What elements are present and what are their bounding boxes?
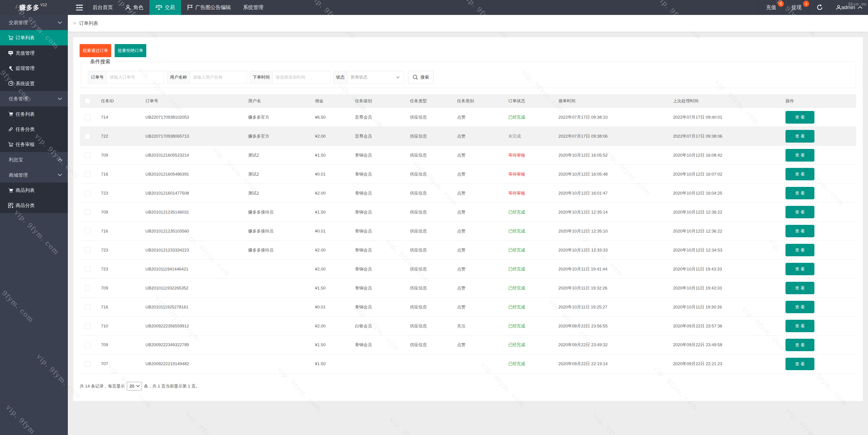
- cell-type: 供应信息: [405, 165, 453, 184]
- app-logo[interactable]: 赚多多 V12: [0, 0, 68, 15]
- app-root: vip. 9fym. com vip. 9fym. com vip. 9fym.…: [0, 0, 868, 435]
- sidebar-item-product-category[interactable]: 商品分类: [0, 198, 68, 213]
- menu-toggle-icon[interactable]: [72, 0, 87, 15]
- view-button[interactable]: 查 看: [785, 187, 814, 199]
- status-text: 已经完成: [508, 210, 525, 214]
- watermark-text: vip. 9fym. com: [591, 412, 639, 435]
- cell-category: 点赞: [453, 203, 504, 222]
- sidebar-group-trade-mgmt[interactable]: 交易管理: [0, 15, 68, 30]
- cell-user: [244, 354, 310, 373]
- row-checkbox[interactable]: [85, 152, 90, 158]
- search-button[interactable]: 搜索: [408, 71, 433, 84]
- refresh-button[interactable]: [809, 0, 830, 15]
- nav-item-home[interactable]: 后台首页: [86, 0, 119, 15]
- view-button[interactable]: 查 看: [785, 168, 814, 180]
- cell-status: 等待审核: [504, 165, 554, 184]
- sidebar-item-system-settings[interactable]: 系统设置: [0, 76, 68, 91]
- view-button[interactable]: 查 看: [785, 301, 814, 313]
- col-order-no: 订单号: [141, 94, 244, 108]
- row-checkbox[interactable]: [85, 323, 90, 329]
- col-status: 订单状态: [504, 94, 554, 108]
- order-no-filter: 订单号: [88, 71, 164, 83]
- recharge-button[interactable]: 充值 0: [758, 0, 784, 15]
- chevron-down-icon: [58, 15, 62, 30]
- cart-icon: [8, 142, 13, 147]
- cell-order-no: UB2009222356559912: [141, 316, 244, 336]
- order-no-input[interactable]: [107, 71, 164, 84]
- cell-actions: 查 看: [781, 354, 856, 373]
- cell-status: 已经完成: [504, 298, 554, 316]
- sidebar-item-task-review[interactable]: 任务审核: [0, 137, 68, 152]
- cell-actions: 查 看: [781, 241, 856, 260]
- watermark-text: vip. 9fym. com: [591, 412, 639, 435]
- col-type: 任务类型: [405, 94, 453, 108]
- row-checkbox[interactable]: [85, 342, 90, 348]
- table-row: 709 UB2010111932265352 ¥1.50 青铜会员 供应信息 点…: [80, 279, 856, 298]
- table-row: 722 UB2207170938065713 赚多多官方 ¥2.00 至尊会员 …: [80, 127, 856, 146]
- cell-commission: ¥2.00: [311, 260, 351, 279]
- view-button[interactable]: 查 看: [785, 130, 814, 142]
- cell-actions: 查 看: [781, 108, 856, 127]
- sidebar-group-mall-mgmt[interactable]: 商城管理: [0, 167, 68, 182]
- sidebar-item-withdraw-mgmt[interactable]: 提现管理: [0, 61, 68, 76]
- sidebar-item-task-list[interactable]: 任务列表: [0, 106, 68, 122]
- row-checkbox[interactable]: [85, 114, 90, 120]
- cell-task-id: 707: [97, 354, 141, 373]
- status-text: 已经完成: [508, 324, 525, 328]
- cell-checkbox: [80, 354, 97, 373]
- status-select[interactable]: 所有状态: [347, 71, 404, 84]
- view-button[interactable]: 查 看: [785, 225, 814, 237]
- view-button[interactable]: 查 看: [785, 320, 814, 332]
- row-checkbox[interactable]: [85, 228, 90, 234]
- cell-order-no: UB2010121601477508: [141, 184, 244, 203]
- sidebar-group-task-mgmt[interactable]: 任务管理: [0, 91, 68, 106]
- bulk-approve-button[interactable]: 批量通过订单: [80, 44, 111, 57]
- sidebar-item-task-category[interactable]: 任务分类: [0, 122, 68, 137]
- per-page-select[interactable]: 20: [127, 382, 142, 390]
- status-select-value: 所有状态: [351, 75, 368, 79]
- row-checkbox[interactable]: [85, 171, 90, 177]
- nav-item-trade[interactable]: 交易: [150, 0, 181, 15]
- withdraw-button[interactable]: 提现 1: [784, 0, 809, 15]
- view-button[interactable]: 查 看: [785, 263, 814, 275]
- row-checkbox[interactable]: [85, 209, 90, 215]
- order-time-input[interactable]: [273, 71, 330, 84]
- cell-category: 点赞: [453, 298, 504, 316]
- col-checkbox: [80, 94, 97, 108]
- row-checkbox[interactable]: [85, 304, 90, 310]
- cell-level: 白银会员: [351, 316, 406, 336]
- view-button[interactable]: 查 看: [785, 339, 814, 351]
- status-text: 已经完成: [508, 115, 525, 120]
- select-all-checkbox[interactable]: [85, 98, 90, 104]
- sidebar-group-interest[interactable]: 利息宝: [0, 152, 68, 167]
- view-button[interactable]: 查 看: [785, 111, 814, 123]
- row-checkbox[interactable]: [85, 247, 90, 253]
- user-name-input[interactable]: [190, 71, 247, 84]
- col-level: 任务级别: [351, 94, 406, 108]
- row-checkbox[interactable]: [85, 133, 90, 139]
- order-time-filter: 下单时间: [250, 71, 330, 83]
- row-checkbox[interactable]: [85, 190, 90, 196]
- view-button[interactable]: 查 看: [785, 282, 814, 294]
- nav-item-roles[interactable]: 角色: [119, 0, 150, 15]
- sidebar-item-product-list[interactable]: 商品列表: [0, 182, 68, 198]
- cell-category: 关注: [453, 316, 504, 336]
- table-row: 714 UB2207170938102053 赚多多官方 ¥6.50 至尊会员 …: [80, 108, 856, 127]
- view-button[interactable]: 查 看: [785, 358, 814, 370]
- cell-checkbox: [80, 222, 97, 241]
- sidebar-item-recharge-mgmt[interactable]: 充值管理: [0, 45, 68, 61]
- row-checkbox[interactable]: [85, 361, 90, 367]
- view-button[interactable]: 查 看: [785, 244, 814, 256]
- cell-accept-time: 2020年10月11日 19:41:44: [554, 260, 669, 279]
- sidebar-item-order-list[interactable]: 订单列表: [0, 30, 68, 45]
- cell-category: 点赞: [453, 127, 504, 146]
- cell-commission: ¥2.00: [311, 316, 351, 336]
- view-button[interactable]: 查 看: [785, 206, 814, 218]
- table-row: 723 UB2010111941446421 ¥2.00 青铜会员 供应信息 点…: [80, 260, 856, 279]
- view-button[interactable]: 查 看: [785, 149, 814, 161]
- row-checkbox[interactable]: [85, 266, 90, 272]
- row-checkbox[interactable]: [85, 285, 90, 291]
- bulk-reject-button[interactable]: 批量拒绝订单: [115, 44, 146, 57]
- nav-item-system[interactable]: 系统管理: [237, 0, 270, 15]
- nav-item-banner-editor[interactable]: 广告图公告编辑: [181, 0, 237, 15]
